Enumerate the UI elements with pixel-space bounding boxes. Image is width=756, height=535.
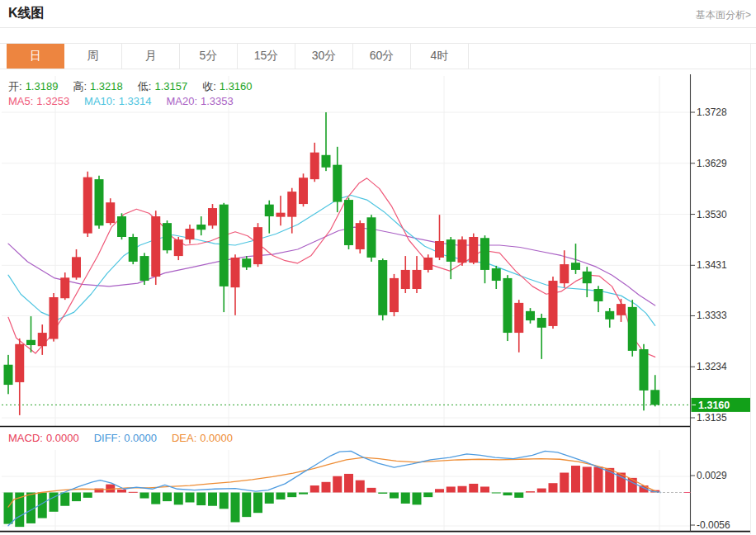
macd-bar bbox=[287, 493, 296, 498]
candle bbox=[83, 178, 92, 234]
macd-bar bbox=[583, 466, 592, 492]
price-tick-label: 1.3431 bbox=[697, 259, 727, 271]
macd-bar bbox=[537, 489, 546, 493]
ma-row-item: MA5:1.3253 bbox=[8, 95, 73, 107]
candle bbox=[594, 289, 603, 301]
macd-bar bbox=[242, 493, 251, 518]
price-tick-label: 1.3135 bbox=[697, 412, 727, 424]
macd-bar bbox=[299, 493, 308, 495]
candle bbox=[378, 260, 387, 315]
current-price-badge-label: 1.3160 bbox=[698, 400, 730, 411]
macd-bar bbox=[344, 474, 353, 493]
candle bbox=[367, 217, 376, 258]
candle bbox=[186, 229, 195, 239]
macd-bar bbox=[140, 493, 149, 499]
macd-bar bbox=[435, 489, 444, 492]
candle bbox=[435, 241, 444, 258]
macd-bar bbox=[333, 476, 342, 493]
candle bbox=[4, 365, 13, 385]
candle bbox=[151, 216, 160, 277]
macd-row-item: DEA:0.0000 bbox=[172, 432, 236, 444]
tab-月[interactable]: 月 bbox=[122, 44, 180, 69]
macd-bar bbox=[514, 493, 523, 498]
candle bbox=[253, 227, 262, 264]
tab-周[interactable]: 周 bbox=[64, 44, 122, 69]
candle bbox=[15, 344, 24, 382]
candle bbox=[310, 153, 319, 179]
candle bbox=[333, 165, 342, 202]
macd-row-item: MACD:0.0000 bbox=[8, 432, 83, 444]
fundamental-analysis-link[interactable]: 基本面分析> bbox=[696, 8, 751, 22]
kline-chart-canvas[interactable]: 1.37281.36291.35301.34311.33331.32341.31… bbox=[0, 69, 756, 535]
candle bbox=[208, 208, 217, 225]
macd-bar bbox=[253, 493, 262, 514]
macd-bar bbox=[423, 493, 432, 498]
candle bbox=[628, 307, 637, 351]
candle bbox=[265, 205, 274, 216]
tab-30分[interactable]: 30分 bbox=[295, 44, 353, 69]
ma20-line bbox=[8, 227, 655, 305]
macd-bar bbox=[310, 485, 319, 492]
tab-日[interactable]: 日 bbox=[7, 44, 64, 69]
candle bbox=[469, 237, 478, 263]
ohlc-row-item: 高:1.3218 bbox=[73, 80, 125, 92]
candle-wick bbox=[31, 316, 32, 353]
candle bbox=[231, 258, 240, 287]
candle bbox=[242, 258, 251, 268]
candle bbox=[480, 238, 489, 270]
macd-bar bbox=[60, 493, 69, 506]
candle bbox=[276, 213, 286, 217]
macd-bar bbox=[571, 466, 580, 492]
macd-bar bbox=[356, 481, 365, 493]
ma-row-item: MA20:1.3353 bbox=[166, 95, 236, 107]
candle bbox=[413, 270, 422, 289]
panel-right-border bbox=[750, 43, 751, 534]
candle bbox=[140, 256, 149, 281]
macd-bar bbox=[401, 493, 410, 504]
price-tick-label: 1.3530 bbox=[697, 209, 727, 220]
macd-bar bbox=[469, 484, 478, 493]
macd-bar bbox=[378, 493, 387, 494]
price-tick-label: 1.3629 bbox=[697, 158, 727, 169]
macd-bar bbox=[492, 493, 501, 494]
candle bbox=[163, 223, 172, 250]
macd-bar bbox=[367, 488, 376, 493]
macd-bar bbox=[208, 493, 217, 506]
tab-5分[interactable]: 5分 bbox=[180, 44, 238, 69]
ma10-line bbox=[8, 195, 655, 325]
macd-bar bbox=[174, 493, 183, 505]
candle bbox=[390, 278, 399, 312]
macd-tick-label: 0.0029 bbox=[697, 470, 727, 481]
candle bbox=[72, 257, 81, 277]
macd-tick-label: -0.0056 bbox=[697, 519, 730, 531]
macd-bar bbox=[196, 493, 206, 506]
macd-bar bbox=[265, 493, 274, 504]
tab-60分[interactable]: 60分 bbox=[353, 44, 411, 69]
macd-readout: MACD:0.0000DIFF:0.0000DEA:0.0000 bbox=[8, 432, 248, 444]
tab-15分[interactable]: 15分 bbox=[238, 44, 295, 69]
ohlc-readout: 开:1.3189高:1.3218低:1.3157收:1.3160 bbox=[8, 79, 267, 94]
price-tick-label: 1.3234 bbox=[697, 361, 727, 372]
candle bbox=[220, 205, 229, 286]
candle bbox=[106, 202, 115, 223]
macd-bar bbox=[163, 493, 172, 502]
candle bbox=[38, 333, 47, 346]
candle bbox=[583, 272, 592, 283]
candle bbox=[50, 297, 59, 339]
kline-page: K线图 基本面分析> 日周月5分15分30分60分4时 开:1.3189高:1.… bbox=[0, 0, 756, 535]
candle bbox=[503, 278, 513, 333]
macd-bar bbox=[503, 493, 513, 496]
tab-4时[interactable]: 4时 bbox=[411, 44, 469, 69]
macd-bar bbox=[231, 493, 240, 523]
candle bbox=[356, 223, 365, 249]
price-tick-label: 1.3728 bbox=[697, 107, 727, 118]
candle bbox=[447, 239, 456, 262]
candle bbox=[26, 340, 35, 345]
candle bbox=[423, 258, 432, 270]
candle bbox=[60, 277, 69, 298]
price-tick-label: 1.3333 bbox=[697, 310, 727, 321]
page-title: K线图 bbox=[8, 5, 45, 22]
candle bbox=[492, 268, 501, 281]
macd-bar bbox=[117, 490, 126, 493]
candle bbox=[95, 179, 104, 225]
